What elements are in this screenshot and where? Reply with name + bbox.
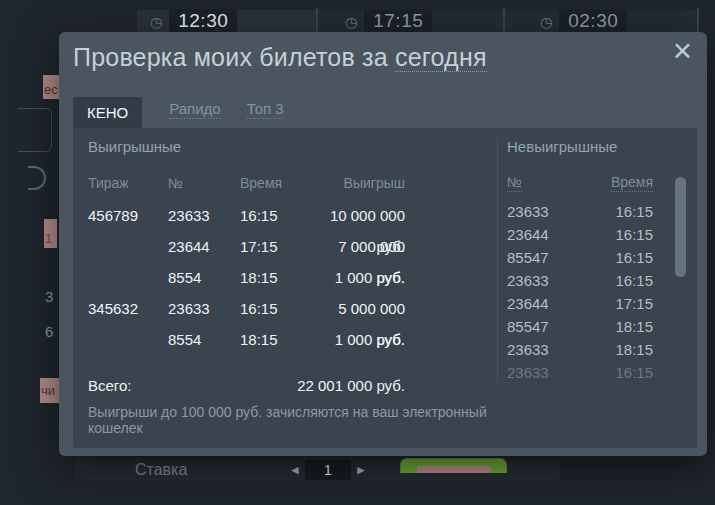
stepper-decrease-icon[interactable]: ◄ bbox=[285, 461, 305, 479]
bet-stepper: ◄ 1 ► bbox=[285, 460, 371, 480]
number-cell: 23633 bbox=[507, 338, 585, 361]
number-cell: 23633 bbox=[507, 361, 585, 384]
time-cell: 18:15 bbox=[240, 324, 310, 355]
table-row: 8554 18:15 1 000 руб. bbox=[88, 262, 418, 293]
card-outline bbox=[18, 108, 52, 152]
clock-icon: ◷ bbox=[540, 14, 552, 30]
total-label: Всего: bbox=[88, 377, 168, 394]
lottery-badge: 1 bbox=[44, 219, 57, 248]
clock-icon: ◷ bbox=[345, 14, 357, 30]
game-tabs: КЕНО Рапидо Топ 3 bbox=[73, 97, 284, 128]
table-row: 85547 18:15 bbox=[507, 315, 653, 338]
page: ◷ 12:30 ◷ 17:15 ◷ 02:30 ес 1 3 6 чи Став… bbox=[0, 0, 715, 505]
scrollbar-thumb[interactable] bbox=[675, 177, 686, 277]
number-cell: 23644 bbox=[507, 223, 585, 246]
close-icon[interactable]: × bbox=[673, 34, 692, 67]
losing-table-header: № Время bbox=[507, 174, 653, 192]
col-number-sort[interactable]: № bbox=[507, 174, 522, 192]
table-row: 456789 23633 16:15 10 000 000 руб. bbox=[88, 200, 418, 231]
button-label-bar bbox=[417, 466, 491, 473]
time-cell: 16:15 bbox=[585, 269, 653, 292]
number-cell: 6 bbox=[45, 323, 53, 340]
check-tickets-dialog: Проверка моих билетов за сегодня × КЕНО … bbox=[59, 32, 707, 456]
draw-cell bbox=[88, 262, 168, 293]
winning-section-title: Выигрышные bbox=[88, 138, 418, 155]
lottery-badge: ес bbox=[43, 75, 59, 99]
table-row: 85547 16:15 bbox=[507, 246, 653, 269]
clock-outline-icon bbox=[28, 166, 46, 190]
results-panel: Выигрышные Тираж № Время Выигрыш 456789 … bbox=[73, 128, 697, 448]
time-cell: 16:15 bbox=[585, 200, 653, 223]
draw-cell bbox=[88, 324, 168, 355]
time-cell: 18:15 bbox=[585, 338, 653, 361]
table-row: 23644 17:15 7 000 000 руб. bbox=[88, 231, 418, 262]
time-cell: 17:15 bbox=[585, 292, 653, 315]
bet-label: Ставка bbox=[135, 461, 187, 479]
table-row: 345632 23633 16:15 5 000 000 руб. bbox=[88, 293, 418, 324]
time-cell: 16:15 bbox=[585, 361, 653, 384]
col-number: № bbox=[168, 175, 240, 191]
prize-cell: 1 000 руб. bbox=[310, 324, 405, 355]
number-cell: 85547 bbox=[507, 315, 585, 338]
table-row: 23633 16:15 bbox=[507, 361, 653, 384]
winning-table-header: Тираж № Время Выигрыш bbox=[88, 175, 418, 191]
bet-stepper-value[interactable]: 1 bbox=[305, 460, 351, 480]
lottery-badge: чи bbox=[40, 378, 59, 403]
number-cell: 8554 bbox=[168, 262, 240, 293]
draw-timer-3: ◷ 02:30 bbox=[540, 10, 627, 34]
table-row: 8554 18:15 1 000 руб. bbox=[88, 324, 418, 355]
section-divider bbox=[497, 138, 498, 382]
draw-timer-panel-2: ◷ 17:15 bbox=[318, 10, 504, 32]
table-row: 23644 16:15 bbox=[507, 223, 653, 246]
stepper-increase-icon[interactable]: ► bbox=[351, 461, 371, 479]
time-cell: 18:15 bbox=[585, 315, 653, 338]
divider bbox=[697, 8, 699, 34]
table-row: 23633 16:15 bbox=[507, 200, 653, 223]
date-link[interactable]: сегодня bbox=[395, 43, 487, 72]
total-row: Всего: 22 001 000 руб. bbox=[88, 377, 418, 394]
total-value: 22 001 000 руб. bbox=[168, 377, 405, 394]
submit-bet-button[interactable] bbox=[400, 458, 507, 473]
col-prize: Выигрыш bbox=[310, 175, 405, 191]
number-cell: 23633 bbox=[507, 269, 585, 292]
table-row: 23633 16:15 bbox=[507, 269, 653, 292]
col-time: Время bbox=[240, 175, 310, 191]
prize-cell: 1 000 руб. bbox=[310, 262, 405, 293]
col-time-sort[interactable]: Время bbox=[611, 174, 653, 192]
draw-timer-panel-1: ◷ 12:30 bbox=[137, 10, 317, 32]
losing-table-body: 23633 16:15 23644 16:15 85547 16:15 bbox=[507, 200, 653, 384]
dialog-title: Проверка моих билетов за сегодня bbox=[73, 43, 487, 72]
clock-icon: ◷ bbox=[150, 14, 162, 30]
table-row: 23644 17:15 bbox=[507, 292, 653, 315]
time-cell: 18:15 bbox=[240, 262, 310, 293]
time-cell: 16:15 bbox=[585, 246, 653, 269]
draw-timer-2: ◷ 17:15 bbox=[345, 10, 432, 34]
losing-section-title: Невыигрышные bbox=[507, 138, 653, 155]
number-cell: 8554 bbox=[168, 324, 240, 355]
winning-section: Выигрышные Тираж № Время Выигрыш 456789 … bbox=[88, 138, 418, 394]
payout-note: Выигрыши до 100 000 руб. зачисляются на … bbox=[88, 404, 528, 436]
number-cell: 23633 bbox=[507, 200, 585, 223]
tab-top3[interactable]: Топ 3 bbox=[247, 100, 284, 119]
winning-table-body: 456789 23633 16:15 10 000 000 руб. 23644… bbox=[88, 200, 418, 355]
number-cell: 3 bbox=[45, 288, 53, 305]
table-row: 23633 18:15 bbox=[507, 338, 653, 361]
draw-timer-1: ◷ 12:30 bbox=[150, 10, 237, 34]
number-cell: 85547 bbox=[507, 246, 585, 269]
draw-timer-panel-3: ◷ 02:30 bbox=[505, 10, 698, 32]
tab-rapido[interactable]: Рапидо bbox=[169, 100, 220, 119]
tab-keno[interactable]: КЕНО bbox=[73, 97, 142, 128]
col-draw: Тираж bbox=[88, 175, 168, 191]
number-cell: 23644 bbox=[507, 292, 585, 315]
time-cell: 16:15 bbox=[585, 223, 653, 246]
losing-section: Невыигрышные № Время 23633 16:15 23644 bbox=[507, 138, 653, 384]
